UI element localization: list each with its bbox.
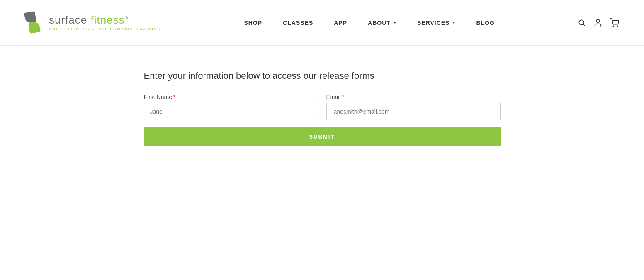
nav-app[interactable]: APP	[334, 19, 347, 26]
main-nav: SHOP CLASSES APP ABOUT SERVICES BLOG	[244, 19, 494, 26]
account-icon	[593, 18, 603, 27]
first-name-input[interactable]	[144, 103, 318, 120]
first-name-group: First Name*	[144, 94, 318, 120]
logo-brand-fitness: fitness	[91, 14, 125, 26]
account-button[interactable]	[593, 18, 603, 27]
nav-classes[interactable]: CLASSES	[283, 19, 313, 26]
form-fields-row: First Name* Email*	[144, 94, 501, 120]
svg-point-2	[596, 19, 599, 22]
svg-point-4	[617, 26, 618, 27]
about-chevron-icon	[393, 22, 396, 24]
logo-brand-separator	[87, 14, 90, 26]
search-icon	[578, 19, 586, 27]
site-header: surface fitness® youth fitness & perform…	[0, 0, 644, 46]
first-name-label: First Name*	[144, 94, 318, 100]
nav-shop[interactable]: SHOP	[244, 19, 262, 26]
form-heading: Enter your information below to access o…	[144, 71, 501, 81]
email-input[interactable]	[326, 103, 501, 120]
email-group: Email*	[326, 94, 501, 120]
email-label: Email*	[326, 94, 501, 100]
release-form: First Name* Email* SUBMIT	[144, 94, 501, 146]
svg-point-0	[579, 20, 584, 25]
main-content: Enter your information below to access o…	[136, 71, 509, 146]
nav-blog[interactable]: BLOG	[476, 19, 494, 26]
search-button[interactable]	[578, 19, 586, 27]
first-name-required: *	[173, 94, 175, 100]
logo-registered: ®	[125, 16, 128, 21]
logo-shapes-icon	[25, 12, 46, 34]
cart-icon	[610, 18, 619, 27]
svg-line-1	[583, 24, 585, 26]
nav-icon-group	[578, 18, 619, 27]
submit-button[interactable]: SUBMIT	[144, 127, 501, 146]
logo[interactable]: surface fitness® youth fitness & perform…	[25, 12, 161, 34]
services-chevron-icon	[452, 22, 455, 24]
nav-about[interactable]: ABOUT	[368, 19, 396, 26]
svg-point-3	[613, 26, 614, 27]
cart-button[interactable]	[610, 18, 619, 27]
nav-services[interactable]: SERVICES	[417, 19, 456, 26]
email-required: *	[342, 94, 344, 100]
logo-tagline: youth fitness & performance training	[49, 27, 161, 31]
logo-brand-surface: surface	[49, 14, 87, 26]
